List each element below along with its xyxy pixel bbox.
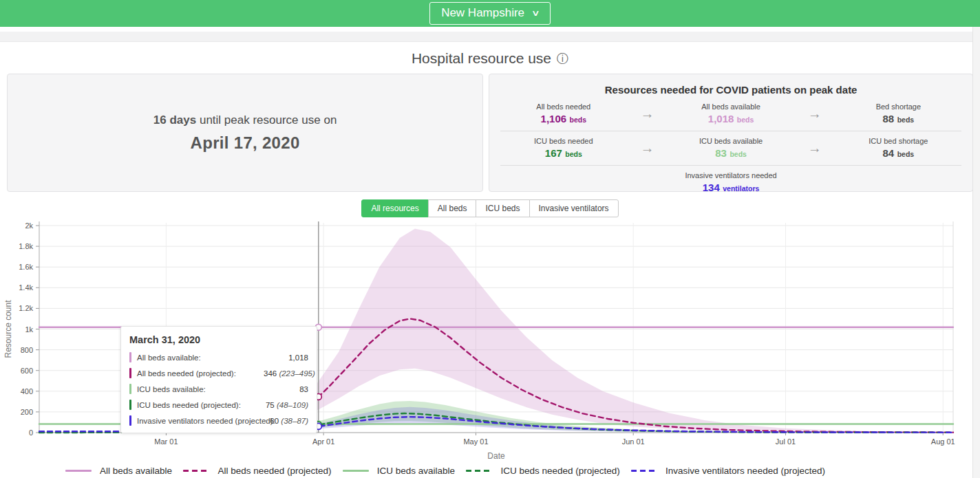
legend-swatch xyxy=(466,470,492,472)
chart-legend: All beds available All beds needed (proj… xyxy=(0,466,980,476)
y-axis-tick: 1.8k xyxy=(19,242,33,250)
tooltip-row: Invasive ventilators needed (projected):… xyxy=(129,415,308,426)
y-axis-tick: 400 xyxy=(21,387,33,395)
legend-item-invasive-ventilators-needed: Invasive ventilators needed (projected) xyxy=(631,466,825,476)
resources-panel: Resources needed for COVID patients on p… xyxy=(489,74,973,192)
stat-icu-beds-needed: ICU beds needed 167 beds xyxy=(499,137,628,160)
stat-bed-shortage: Bed shortage 88 beds xyxy=(834,102,963,125)
tooltip-date: March 31, 2020 xyxy=(129,334,308,345)
series-color-swatch xyxy=(129,400,131,410)
info-icon[interactable]: ⓘ xyxy=(557,53,568,65)
legend-swatch xyxy=(631,470,657,472)
tooltip-row: ICU beds available: 83 xyxy=(129,384,308,394)
legend-item-all-beds-available: All beds available xyxy=(65,466,172,476)
app-header: New Hampshire ∨ xyxy=(0,0,980,27)
divider xyxy=(500,131,961,131)
peak-date: April 17, 2020 xyxy=(191,133,300,153)
series-color-swatch xyxy=(129,415,131,426)
y-axis-tick: 1.2k xyxy=(19,304,33,312)
tab-all-beds[interactable]: All beds xyxy=(428,199,477,217)
divider xyxy=(500,165,961,166)
stat-all-beds-needed: All beds needed 1,106 beds xyxy=(499,102,628,125)
legend-swatch xyxy=(183,470,209,472)
tooltip-row: All beds needed (projected): 346 (223–49… xyxy=(129,368,308,378)
stat-invasive-ventilators-needed: Invasive ventilators needed 134 ventilat… xyxy=(685,171,776,194)
arrow-right-icon: → xyxy=(796,106,834,122)
legend-item-icu-beds-available: ICU beds available xyxy=(343,466,455,476)
peak-countdown-text: 16 days until peak resource use on xyxy=(153,113,337,127)
arrow-right-icon: → xyxy=(628,140,666,156)
x-axis-tick: Jun 01 xyxy=(622,437,645,446)
page-title: Hospital resource use xyxy=(412,50,551,67)
region-selector-label: New Hampshire xyxy=(441,6,524,20)
x-axis-tick: May 01 xyxy=(463,437,488,446)
y-axis-tick: 2k xyxy=(25,221,33,230)
y-axis-tick: 1k xyxy=(25,325,33,334)
x-axis-tick: Mar 01 xyxy=(154,437,178,446)
chart-tooltip: March 31, 2020 All beds available: 1,018… xyxy=(120,326,317,433)
stat-icu-beds-available: ICU beds available 83 beds xyxy=(666,137,795,160)
tab-all-resources[interactable]: All resources xyxy=(361,199,428,217)
tooltip-row: ICU beds needed (projected): 75 (48–109) xyxy=(129,400,308,410)
region-selector-dropdown[interactable]: New Hampshire ∨ xyxy=(429,2,551,25)
legend-item-all-beds-needed: All beds needed (projected) xyxy=(183,466,331,476)
stat-all-beds-available: All beds available 1,018 beds xyxy=(666,102,795,125)
arrow-right-icon: → xyxy=(796,140,834,156)
stat-icu-bed-shortage: ICU bed shortage 84 beds xyxy=(834,137,963,160)
series-color-swatch xyxy=(129,384,131,394)
x-axis-tick: Jul 01 xyxy=(776,437,796,446)
legend-swatch xyxy=(343,470,369,472)
chevron-down-icon: ∨ xyxy=(531,9,540,17)
y-axis-tick: 600 xyxy=(21,367,33,375)
legend-swatch xyxy=(65,470,92,472)
peak-date-panel: 16 days until peak resource use on April… xyxy=(7,74,483,192)
tab-icu-beds[interactable]: ICU beds xyxy=(476,199,529,217)
x-axis-tick: Aug 01 xyxy=(931,437,955,446)
x-axis-label: Date xyxy=(487,451,505,460)
y-axis-tick: 1.4k xyxy=(19,283,33,292)
legend-item-icu-beds-needed: ICU beds needed (projected) xyxy=(466,466,619,476)
y-axis-tick: 800 xyxy=(21,346,33,354)
sub-toolbar xyxy=(0,32,980,42)
y-axis-tick: 200 xyxy=(21,408,33,416)
header-gap xyxy=(0,27,980,32)
arrow-right-icon: → xyxy=(628,106,666,122)
tab-invasive-ventilators[interactable]: Invasive ventilators xyxy=(529,199,619,217)
y-axis-tick: 1.6k xyxy=(19,263,33,271)
series-color-swatch xyxy=(129,352,131,362)
y-axis-label: Resource count xyxy=(3,300,13,358)
x-axis-tick: Apr 01 xyxy=(312,437,334,446)
series-color-swatch xyxy=(129,368,131,378)
tooltip-row: All beds available: 1,018 xyxy=(129,352,308,362)
hospital-resource-chart: 02004006008001k1.2k1.4k1.6k1.8k2kMar 01A… xyxy=(0,221,980,460)
resources-panel-title: Resources needed for COVID patients on p… xyxy=(499,84,963,96)
resource-tabs: All resources All beds ICU beds Invasive… xyxy=(0,199,980,217)
uncertainty-band xyxy=(268,229,953,433)
y-axis-tick: 0 xyxy=(29,428,33,437)
